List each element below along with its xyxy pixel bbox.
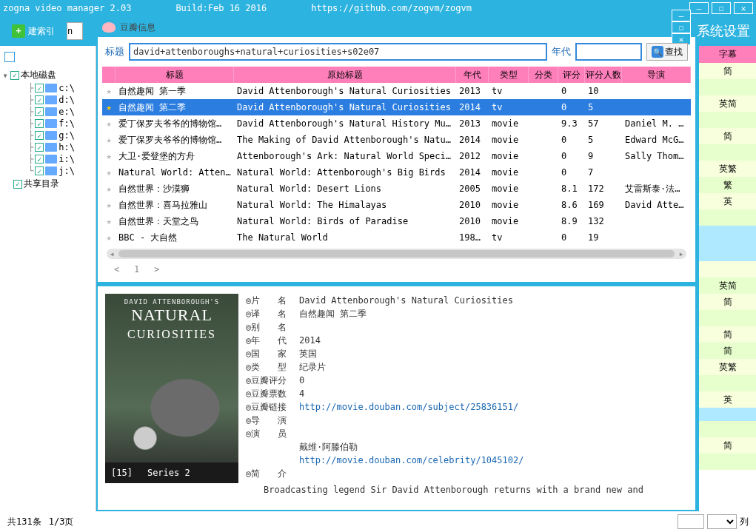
subtitle-cell[interactable]: 英繁 <box>699 161 756 177</box>
checkbox-icon[interactable]: ✓ <box>35 143 44 152</box>
repo-url[interactable]: https://github.com/zogvm/zogvm <box>311 3 472 13</box>
status-select[interactable] <box>707 514 737 529</box>
th-director[interactable]: 导演 <box>622 67 691 83</box>
subtitle-cell[interactable]: 简 <box>699 326 756 343</box>
scroll-left-icon[interactable]: ◂ <box>107 249 117 259</box>
title-search-input[interactable] <box>129 43 547 61</box>
table-row[interactable]: ★大卫·爱登堡的方舟Attenborough's Ark: Natural Wo… <box>102 148 691 164</box>
th-rating[interactable]: 评分 <box>558 67 585 83</box>
star-icon[interactable]: ★ <box>102 135 116 145</box>
cell-type: movie <box>489 183 529 194</box>
table-row[interactable]: ★Natural World: Attenbor…Natural World: … <box>102 164 691 181</box>
subtitle-cell[interactable] <box>699 310 756 326</box>
th-title[interactable]: 标题 <box>116 67 234 83</box>
tree-drive[interactable]: ├✓ i:\ <box>1 153 94 165</box>
subtitle-cell[interactable] <box>699 209 756 226</box>
tree-layout-icon[interactable] <box>4 52 15 62</box>
table-row[interactable]: ★自然趣闻 第二季David Attenborough's Natural Cu… <box>102 99 691 115</box>
cell-title: 自然趣闻 第二季 <box>116 101 234 114</box>
tree-drive[interactable]: ├✓ c:\ <box>1 82 94 94</box>
subtitle-cell[interactable]: 简 <box>699 437 756 454</box>
checkbox-icon[interactable]: ✓ <box>13 180 22 189</box>
table-row[interactable]: ★爱丁保罗夫爷爷的博物馆…David Attenborough's Natura… <box>102 115 691 132</box>
table-row[interactable]: ★自然趣闻 第一季David Attenborough's Natural Cu… <box>102 83 691 99</box>
douban-link[interactable]: http://movie.douban.com/subject/25836151… <box>299 400 688 414</box>
star-icon[interactable]: ★ <box>102 102 116 112</box>
douban-minimize-button[interactable]: — <box>672 10 691 21</box>
subtitle-cell[interactable]: 英繁 <box>699 359 756 375</box>
th-cat[interactable]: 分类 <box>529 67 558 83</box>
minimize-button[interactable]: — <box>689 2 709 14</box>
tree-drive[interactable]: ├✓ g:\ <box>1 129 94 141</box>
th-orig[interactable]: 原始标题 <box>234 67 456 83</box>
status-input[interactable] <box>678 514 704 529</box>
find-button[interactable]: 🔍 查找 <box>646 43 688 61</box>
table-row[interactable]: ★自然世界：天堂之鸟Natural World: Birds of Paradi… <box>102 213 691 229</box>
scroll-right-icon[interactable]: ▸ <box>676 249 686 259</box>
build-index-button[interactable]: + 建索引 <box>6 21 61 41</box>
subtitle-cell[interactable]: 简 <box>699 128 756 144</box>
th-star[interactable] <box>102 67 116 83</box>
subtitle-cell[interactable] <box>699 261 756 277</box>
subtitle-cell[interactable]: 英 <box>699 391 756 408</box>
star-icon[interactable]: ★ <box>102 86 116 96</box>
table-row[interactable]: ★爱丁保罗夫爷爷的博物馆…The Making of David Attenbo… <box>102 132 691 148</box>
checkbox-icon[interactable]: ✓ <box>35 131 44 140</box>
douban-maximize-button[interactable]: ☐ <box>672 21 691 33</box>
th-type[interactable]: 类型 <box>489 67 529 83</box>
star-icon[interactable]: ★ <box>102 232 116 243</box>
system-settings-button[interactable]: 系统设置 <box>697 22 750 40</box>
subtitle-cell[interactable]: 简 <box>699 294 756 310</box>
th-year[interactable]: 年代 <box>456 67 489 83</box>
maximize-button[interactable]: ☐ <box>712 2 731 14</box>
star-icon[interactable]: ★ <box>102 200 116 210</box>
subtitle-cell[interactable]: 简 <box>699 63 756 79</box>
checkbox-icon[interactable]: ✓ <box>10 71 19 80</box>
subtitle-cell[interactable]: 简 <box>699 343 756 359</box>
checkbox-icon[interactable]: ✓ <box>35 155 44 164</box>
checkbox-icon[interactable]: ✓ <box>35 95 44 104</box>
subtitle-cell[interactable]: 繁 <box>699 177 756 193</box>
scroll-thumb[interactable] <box>118 250 675 257</box>
star-icon[interactable]: ★ <box>102 151 116 161</box>
star-icon[interactable]: ★ <box>102 118 116 129</box>
n-field[interactable] <box>67 22 83 40</box>
tree-root[interactable]: ▾ ✓ 本地磁盘 <box>1 68 94 82</box>
tree-drive[interactable]: └✓ j:\ <box>1 165 94 177</box>
horizontal-scrollbar[interactable]: ◂ ▸ <box>107 249 686 259</box>
year-search-input[interactable] <box>575 43 642 61</box>
divider[interactable] <box>98 282 695 286</box>
cast-link[interactable]: http://movie.douban.com/celebrity/104510… <box>299 454 688 467</box>
collapse-icon[interactable]: ▾ <box>1 70 9 81</box>
th-votes[interactable]: 评分人数 <box>585 67 622 83</box>
subtitle-cell[interactable] <box>699 375 756 391</box>
subtitle-cell[interactable]: 英简 <box>699 95 756 112</box>
tree-share[interactable]: ✓ 共享目录 <box>1 177 94 191</box>
subtitle-cell[interactable] <box>699 421 756 437</box>
star-icon[interactable]: ★ <box>102 216 116 226</box>
subtitle-cell[interactable] <box>699 454 756 470</box>
table-row[interactable]: ★自然世界：喜马拉雅山Natural World: The Himalayas2… <box>102 197 691 213</box>
checkbox-icon[interactable]: ✓ <box>35 84 44 92</box>
star-icon[interactable]: ★ <box>102 167 116 178</box>
tree-drive[interactable]: ├✓ f:\ <box>1 118 94 129</box>
tree-drive[interactable]: ├✓ d:\ <box>1 94 94 106</box>
checkbox-icon[interactable]: ✓ <box>35 119 44 128</box>
table-row[interactable]: ★自然世界：沙漠狮Natural World: Desert Lions2005… <box>102 181 691 197</box>
subtitle-cell[interactable]: 英 <box>699 193 756 209</box>
subtitle-cell[interactable] <box>699 112 756 128</box>
pager-prev[interactable]: < <box>114 264 119 275</box>
tree-drive[interactable]: ├✓ e:\ <box>1 106 94 118</box>
pager-next[interactable]: > <box>154 264 159 275</box>
subtitle-cell[interactable]: 英简 <box>699 277 756 294</box>
close-button[interactable]: ✕ <box>734 2 753 14</box>
star-icon[interactable]: ★ <box>102 183 116 194</box>
tree-drive[interactable]: ├✓ h:\ <box>1 141 94 153</box>
checkbox-icon[interactable]: ✓ <box>35 166 44 175</box>
subtitle-cell[interactable] <box>699 144 756 161</box>
table-row[interactable]: ★BBC - 大自然The Natural World198…tv019 <box>102 229 691 246</box>
cell-votes: 169 <box>585 200 622 210</box>
subtitle-header[interactable]: 字幕 <box>699 46 756 63</box>
subtitle-cell[interactable] <box>699 79 756 95</box>
checkbox-icon[interactable]: ✓ <box>35 107 44 116</box>
